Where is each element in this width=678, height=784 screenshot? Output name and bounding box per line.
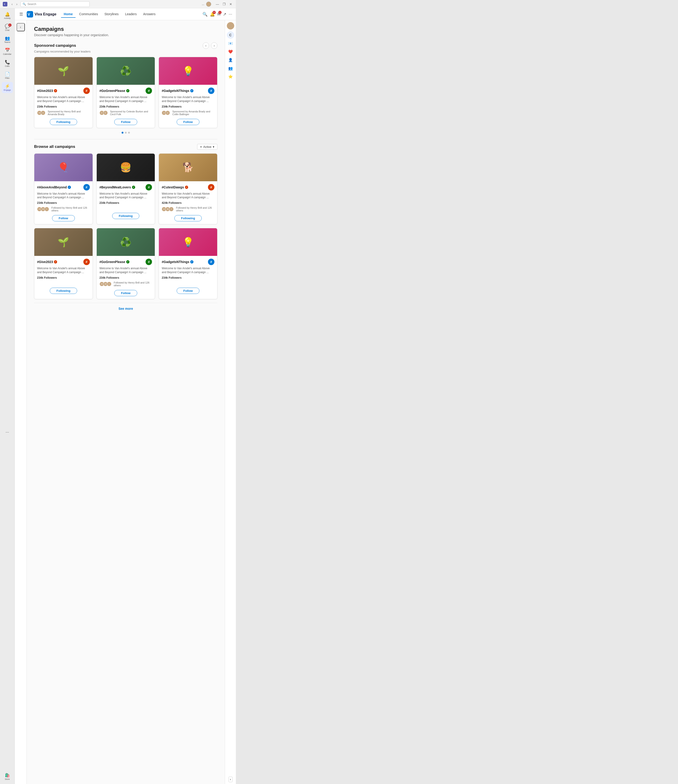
- sidebar-item-teams[interactable]: 👥 Teams: [2, 34, 13, 45]
- right-sidebar-icon-2[interactable]: 📧: [227, 40, 234, 47]
- collapse-right-sidebar[interactable]: ›: [229, 777, 233, 782]
- follow-button-gadgets-2[interactable]: Follow: [177, 288, 199, 294]
- browser-nav: ‹ ›: [10, 2, 19, 6]
- follow-button-give2023-2[interactable]: Following: [50, 288, 77, 294]
- teams-logo-icon: T: [3, 2, 7, 6]
- minimize-button[interactable]: —: [215, 2, 220, 6]
- title-bar-actions: ...: [202, 2, 211, 7]
- card-body-abovebeyond: #AboveAndBeyond ✓ # Welcome to Van Arsde…: [34, 181, 93, 224]
- address-bar[interactable]: 🔍 Search: [20, 2, 90, 7]
- forward-button[interactable]: ›: [15, 2, 19, 6]
- tab-storylines[interactable]: Storylines: [101, 11, 121, 18]
- dot-2[interactable]: [125, 132, 127, 134]
- card-desc-beyondmeat: Welcome to Van Arsdel's annual Above and…: [100, 192, 152, 200]
- sidebar-item-files[interactable]: 📄 Files: [2, 70, 13, 81]
- campaigns-content: Campaigns Discover campaigns happening i…: [27, 20, 225, 784]
- search-action-button[interactable]: 🔍: [202, 12, 207, 17]
- follow-button-give2023-sponsored[interactable]: Following: [50, 119, 77, 125]
- follow-button-gadgets-sponsored[interactable]: Follow: [177, 119, 199, 125]
- sidebar-item-activity[interactable]: 🔔 Activity: [2, 10, 13, 21]
- sidebar-item-chat[interactable]: 💬 Chat 1: [2, 22, 13, 33]
- sponsored-next-button[interactable]: ›: [211, 42, 218, 49]
- right-sidebar: C 📧 ❤️ 👤 👥 ⭐ ›: [225, 20, 236, 784]
- tab-leaders[interactable]: Leaders: [122, 11, 140, 18]
- sponsored-nav: ‹ ›: [203, 42, 218, 49]
- right-sidebar-icon-group[interactable]: 👥: [227, 64, 234, 72]
- browse-card-give2023-2: 🌱 #Give2023 ✓ # Welcome: [34, 228, 93, 299]
- sidebar-item-engage[interactable]: ⚡ Engage: [2, 82, 13, 93]
- tab-answers[interactable]: Answers: [140, 11, 159, 18]
- collapse-sidebar-button[interactable]: ‹: [17, 23, 25, 31]
- hash-badge-abovebeyond: #: [83, 184, 90, 190]
- card-image-gogreen-2: ♻️: [97, 228, 155, 256]
- app-shell: 🔔 Activity 💬 Chat 1 👥 Teams 📅 Calendar 📞…: [0, 8, 236, 784]
- user-avatar[interactable]: [206, 2, 211, 7]
- right-sidebar-icon-heart[interactable]: ❤️: [227, 48, 234, 55]
- card-body-gogreen: #GoGreenPlease ✓ # Welcome to Van Arsdel…: [97, 85, 155, 128]
- sponsored-title: Sponsored campaigns: [34, 43, 76, 48]
- right-sidebar-icon-user[interactable]: 👤: [227, 56, 234, 64]
- top-nav: ☰ V Viva Engage Home Communities Storyli…: [15, 8, 236, 20]
- card-body-beyondmeat: #BeyondMeatLovers ✓ # Welcome to Van Ars…: [97, 181, 155, 222]
- sponsored-prev-button[interactable]: ‹: [203, 42, 209, 49]
- follow-button-abovebeyond[interactable]: Follow: [52, 215, 75, 221]
- card-body-gogreen-2: #GoGreenPlease ✓ # Welcome to Van Arsdel…: [97, 256, 155, 299]
- card-title-beyondmeat: #BeyondMeatLovers ✓: [100, 185, 135, 189]
- more-options-button[interactable]: ...: [202, 2, 204, 6]
- filter-icon: ≡: [200, 145, 202, 149]
- follow-button-beyondmeat[interactable]: Following: [112, 213, 140, 219]
- notifications-button[interactable]: 🔔 10: [210, 12, 215, 17]
- dot-3[interactable]: [128, 132, 130, 134]
- browse-header: Browse all campaigns ≡ Active ▾: [34, 144, 218, 150]
- sidebar-item-store[interactable]: 🛍️ Store: [2, 771, 13, 782]
- share-button[interactable]: ↗: [223, 12, 226, 17]
- card-body-gadgets: #GadgetsNThings ✓ # Welcome to Van Arsde…: [159, 85, 217, 128]
- sponsored-card-give2023: 🌱 #Give2023 ✓ # Welcome: [34, 57, 93, 128]
- hash-badge-gadgets-2: #: [208, 259, 215, 265]
- tab-home[interactable]: Home: [61, 11, 76, 18]
- close-button[interactable]: ✕: [229, 2, 233, 6]
- sidebar-item-calendar[interactable]: 📅 Calendar: [2, 46, 13, 57]
- filter-active-button[interactable]: ≡ Active ▾: [197, 144, 218, 150]
- follow-button-gogreen-sponsored[interactable]: Follow: [114, 119, 137, 125]
- back-button[interactable]: ‹: [10, 2, 14, 6]
- sponsored-card-gogreen: ♻️ #GoGreenPlease ✓ # We: [96, 57, 155, 128]
- verified-icon-give2023: ✓: [54, 89, 57, 92]
- top-nav-actions: 🔍 🔔 10 ✉ 1 ↗ ···: [202, 12, 232, 17]
- messages-button[interactable]: ✉ 1: [217, 12, 221, 17]
- card-followers-gogreen: 234k Followers: [100, 105, 152, 108]
- card-desc-gadgets-2: Welcome to Van Arsdel's annual Above and…: [162, 266, 215, 274]
- address-text: Search: [27, 3, 36, 6]
- engage-icon: ⚡: [5, 84, 10, 88]
- teams-icon: 👥: [5, 36, 10, 40]
- hamburger-menu[interactable]: ☰: [19, 11, 24, 18]
- verified-icon-abovebeyond: ✓: [68, 186, 71, 189]
- filter-label: Active: [203, 145, 211, 149]
- card-followers-gogreen-2: 234k Followers: [100, 276, 152, 279]
- card-image-cutestdawgs: 🐕: [159, 154, 217, 181]
- user-profile-avatar[interactable]: [227, 22, 234, 30]
- collapse-right-button[interactable]: ›: [229, 777, 233, 782]
- right-sidebar-icon-1[interactable]: C: [227, 31, 234, 39]
- follow-button-gogreen-2[interactable]: Follow: [114, 290, 137, 296]
- sidebar-more-button[interactable]: ···: [4, 428, 11, 436]
- card-sponsor-gadgets: A C Sponsored by Amanda Brady and Collin…: [162, 110, 215, 116]
- hash-badge-beyondmeat: #: [146, 184, 152, 190]
- verified-icon-gogreen: ✓: [126, 89, 129, 92]
- sidebar-item-calls[interactable]: 📞 Calls: [2, 58, 13, 69]
- card-followers-beyondmeat: 234k Followers: [100, 201, 152, 205]
- maximize-button[interactable]: ❐: [222, 2, 227, 6]
- message-badge: 1: [218, 11, 222, 14]
- card-desc-gadgets: Welcome to Van Arsdel's annual Above and…: [162, 95, 215, 103]
- follow-button-cutestdawgs[interactable]: Following: [174, 215, 202, 221]
- chevron-down-icon: ▾: [213, 145, 215, 149]
- notification-badge: 10: [213, 11, 216, 14]
- app-name: Viva Engage: [34, 12, 56, 16]
- right-sidebar-icon-star[interactable]: ⭐: [227, 73, 234, 80]
- sponsor-avatar-6: C: [165, 110, 170, 115]
- dot-1[interactable]: [121, 132, 123, 134]
- see-more-button[interactable]: See more: [118, 307, 133, 311]
- more-button[interactable]: ···: [229, 12, 232, 17]
- follower-avatar-9: +: [107, 282, 112, 286]
- tab-communities[interactable]: Communities: [76, 11, 101, 18]
